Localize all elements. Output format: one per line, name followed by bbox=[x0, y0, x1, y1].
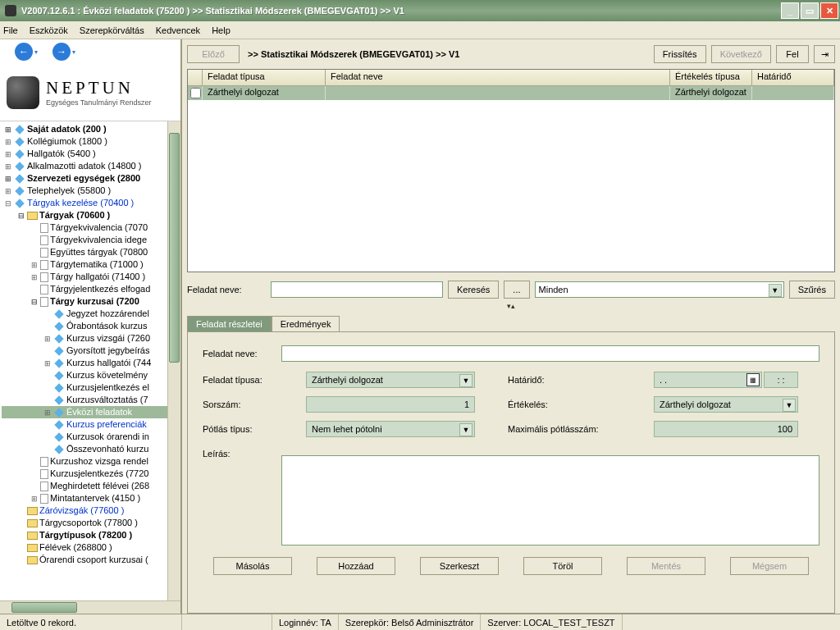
tree-item[interactable]: ⊞Tárgy hallgatói (71400 ) bbox=[2, 271, 167, 283]
nav-back-button[interactable]: ← bbox=[15, 43, 33, 61]
tree-item[interactable]: ⊟Tárgyak (70600 ) bbox=[2, 209, 167, 221]
prev-button[interactable]: Előző bbox=[187, 45, 240, 63]
tree-item[interactable]: ⊞Szervezeti egységek (2800 bbox=[2, 172, 167, 185]
tree-item[interactable]: Tárgyjelentkezés elfogad bbox=[2, 283, 167, 295]
grid-header-type[interactable]: Feladat típusa bbox=[203, 70, 326, 85]
search-label: Feladat neve: bbox=[187, 285, 266, 294]
label-ertekeles: Értékelés: bbox=[508, 399, 621, 409]
tree-item[interactable]: ⊟Tárgy kurzusai (7200 bbox=[2, 295, 167, 308]
save-button[interactable]: Mentés bbox=[627, 557, 705, 575]
up-button[interactable]: Fel bbox=[776, 45, 809, 63]
tree-item[interactable]: ⊞Kollégiumok (1800 ) bbox=[2, 135, 167, 148]
search-input[interactable] bbox=[271, 281, 443, 298]
tree-item[interactable]: Meghirdetett félévei (268 bbox=[2, 480, 167, 492]
tab-results[interactable]: Eredmények bbox=[272, 316, 340, 331]
tree-item[interactable]: Órabontások kurzus bbox=[2, 320, 167, 332]
tree-item[interactable]: Jegyzet hozzárendel bbox=[2, 308, 167, 320]
tree-item[interactable]: Együttes tárgyak (70800 bbox=[2, 246, 167, 258]
tree-item[interactable]: Órarendi csoport kurzusai ( bbox=[2, 554, 167, 566]
tree-item[interactable]: ⊞Mintatantervek (4150 ) bbox=[2, 492, 167, 504]
grid-header-due[interactable]: Határidő bbox=[752, 70, 834, 85]
tree-item[interactable]: ⊟Tárgyak kezelése (70400 ) bbox=[2, 197, 167, 209]
label-task-name: Feladat neve: bbox=[203, 349, 273, 358]
tree-scrollbar-vertical[interactable] bbox=[167, 121, 180, 600]
search-more-button[interactable]: ... bbox=[504, 281, 529, 299]
tree-item[interactable]: Kurzus követelmény bbox=[2, 369, 167, 381]
menu-roleswitch[interactable]: Szerepkörváltás bbox=[80, 25, 144, 35]
window-maximize-button[interactable]: ▭ bbox=[801, 2, 819, 19]
grid-header-name[interactable]: Feladat neve bbox=[326, 70, 670, 85]
tree-item[interactable]: Kurzushoz vizsga rendel bbox=[2, 455, 167, 468]
combo-potlas[interactable]: Nem lehet pótolni bbox=[306, 421, 475, 437]
tree-item[interactable]: Záróvizsgák (77600 ) bbox=[2, 504, 167, 517]
splitter-handle[interactable]: ▾▴ bbox=[187, 302, 835, 310]
value-max: 100 bbox=[654, 421, 798, 437]
row-checkbox[interactable] bbox=[190, 88, 201, 98]
cancel-button[interactable]: Mégsem bbox=[730, 557, 809, 575]
nav-forward-button[interactable]: → bbox=[52, 43, 71, 61]
tree-item[interactable]: Összevonható kurzu bbox=[2, 443, 167, 455]
copy-button[interactable]: Másolás bbox=[213, 557, 292, 575]
tree-item[interactable]: Kurzusjelentkezés (7720 bbox=[2, 468, 167, 480]
tree-item[interactable]: Félévek (268800 ) bbox=[2, 541, 167, 554]
edit-button[interactable]: Szerkeszt bbox=[420, 557, 499, 575]
label-max: Maximális pótlásszám: bbox=[508, 424, 621, 434]
filter-button[interactable]: Szűrés bbox=[789, 281, 835, 299]
add-button[interactable]: Hozzáad bbox=[317, 557, 395, 575]
tree-item[interactable]: ⊞Hallgatók (5400 ) bbox=[2, 148, 167, 160]
tree-item[interactable]: Kurzusjelentkezés el bbox=[2, 381, 167, 394]
next-button[interactable]: Következő bbox=[711, 45, 771, 63]
tree-item[interactable]: ⊞Saját adatok (200 ) bbox=[2, 123, 167, 135]
combo-ertekeles[interactable]: Zárthelyi dolgozat bbox=[654, 396, 798, 413]
task-grid: Feladat típusa Feladat neve Értékelés tí… bbox=[187, 69, 835, 272]
textarea-leiras[interactable] bbox=[282, 456, 819, 545]
tree-item[interactable]: Tárgytípusok (78200 ) bbox=[2, 529, 167, 541]
menubar: File Eszközök Szerepkörváltás Kedvencek … bbox=[0, 21, 840, 39]
menu-favorites[interactable]: Kedvencek bbox=[156, 25, 200, 35]
grid-header-eval[interactable]: Értékelés típusa bbox=[670, 70, 752, 85]
delete-button[interactable]: Töröl bbox=[523, 557, 602, 575]
tree-item[interactable]: Gyorsított jegybeírás bbox=[2, 345, 167, 357]
row-type: Zárthelyi dolgozat bbox=[203, 86, 326, 100]
grid-header: Feladat típusa Feladat neve Értékelés tí… bbox=[188, 70, 834, 86]
tree-item[interactable]: ⊞Évközi feladatok bbox=[2, 406, 167, 418]
tree-item[interactable]: ⊞Tárgytematika (71000 ) bbox=[2, 258, 167, 271]
nav-tree[interactable]: ⊞Saját adatok (200 )⊞Kollégiumok (1800 )… bbox=[0, 121, 167, 600]
tree-scrollbar-horizontal[interactable] bbox=[0, 600, 180, 614]
menu-help[interactable]: Help bbox=[212, 25, 231, 35]
tree-item[interactable]: Tárgyekvivalencia (7070 bbox=[2, 221, 167, 234]
calendar-icon[interactable]: ▦ bbox=[746, 373, 760, 386]
refresh-button[interactable]: Frissítés bbox=[654, 45, 706, 63]
input-due[interactable]: . .▦ : : bbox=[654, 372, 798, 388]
label-task-type: Feladat típusa: bbox=[203, 375, 273, 385]
filter-combo[interactable]: Minden bbox=[535, 281, 784, 298]
tree-item[interactable]: Tárgycsoportok (77800 ) bbox=[2, 517, 167, 529]
search-button[interactable]: Keresés bbox=[448, 281, 499, 299]
tree-item[interactable]: Kurzus preferenciák bbox=[2, 418, 167, 431]
tree-item[interactable]: ⊞Kurzus vizsgái (7260 bbox=[2, 332, 167, 345]
table-row[interactable]: Zárthelyi dolgozat Zárthelyi dolgozat bbox=[188, 86, 834, 100]
label-due: Határidő: bbox=[508, 375, 621, 385]
menu-tools[interactable]: Eszközök bbox=[30, 25, 68, 35]
input-task-name[interactable] bbox=[281, 345, 819, 362]
logo-icon bbox=[7, 76, 39, 109]
combo-task-type[interactable]: Zárthelyi dolgozat bbox=[306, 372, 475, 388]
row-name bbox=[326, 86, 670, 100]
window-close-button[interactable]: ✕ bbox=[820, 2, 838, 19]
window-minimize-button[interactable]: _ bbox=[781, 2, 799, 19]
tree-item[interactable]: Tárgyekvivalencia idege bbox=[2, 234, 167, 246]
tree-item[interactable]: ⊞Alkalmazotti adatok (14800 ) bbox=[2, 160, 167, 172]
grid-header-checkbox[interactable] bbox=[188, 70, 203, 85]
label-sorszam: Sorszám: bbox=[203, 399, 273, 409]
pin-button[interactable]: ⇥ bbox=[814, 45, 835, 63]
tree-item[interactable]: Kurzusváltoztatás (7 bbox=[2, 394, 167, 406]
filter-combo-value: Minden bbox=[539, 285, 568, 294]
tree-item[interactable]: Kurzusok órarendi in bbox=[2, 431, 167, 443]
tree-item[interactable]: ⊞Kurzus hallgatói (744 bbox=[2, 357, 167, 369]
menu-file[interactable]: File bbox=[3, 25, 18, 35]
tree-item[interactable]: ⊞Telephelyek (55800 ) bbox=[2, 185, 167, 197]
tab-details[interactable]: Feladat részletei bbox=[187, 316, 272, 331]
nav-forward-dropdown-icon[interactable]: ▾ bbox=[72, 48, 75, 56]
nav-back-dropdown-icon[interactable]: ▾ bbox=[34, 48, 38, 56]
logo: NEPTUN Egységes Tanulmányi Rendszer bbox=[0, 64, 180, 121]
